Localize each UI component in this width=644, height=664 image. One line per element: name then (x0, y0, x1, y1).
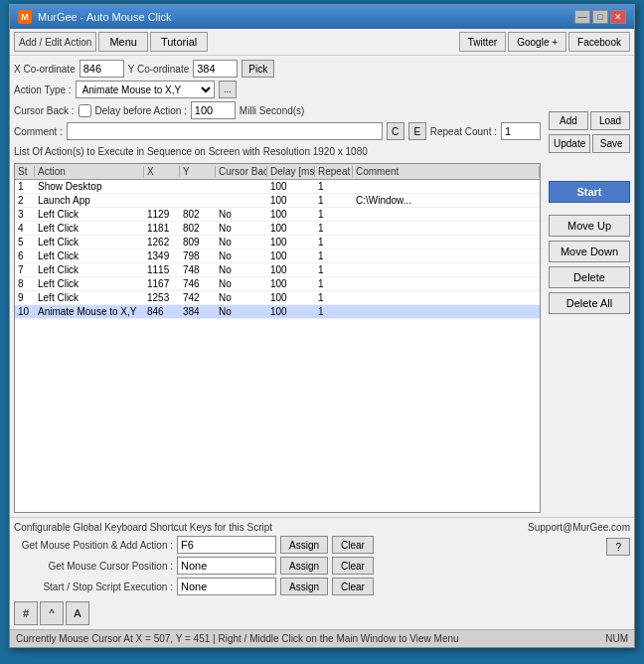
cell-cursor: No (216, 278, 267, 289)
pick-button[interactable]: Pick (242, 60, 274, 78)
coordinate-row: X Co-ordinate Y Co-ordinate Pick (14, 60, 541, 78)
cell-cursor: No (216, 292, 267, 303)
e-button[interactable]: E (408, 122, 426, 140)
bottom-header-left: Configurable Global Keyboard Shortcut Ke… (14, 522, 272, 533)
action-type-label: Action Type : (14, 84, 72, 95)
shortcut-input-1[interactable] (177, 557, 276, 575)
col-header-action: Action (35, 166, 144, 177)
shortcut-input-2[interactable] (177, 578, 276, 595)
cell-y: 802 (180, 209, 216, 220)
delay-label: Delay before Action : (95, 105, 187, 116)
move-up-button[interactable]: Move Up (549, 215, 630, 237)
cell-cursor: No (216, 223, 267, 234)
action-type-select[interactable]: Animate Mouse to X,Y (76, 81, 215, 98)
num-indicator: NUM (605, 633, 628, 644)
google-button[interactable]: Google + (508, 32, 566, 52)
move-down-button[interactable]: Move Down (549, 241, 630, 262)
table-row[interactable]: 2 Launch App 100 1 C:\Window... (15, 194, 540, 208)
cell-action: Animate Mouse to X,Y (35, 306, 144, 317)
title-bar: M MurGee - Auto Mouse Click — □ ✕ (10, 5, 634, 29)
cell-action: Left Click (35, 250, 144, 261)
cell-cursor: No (216, 209, 267, 220)
assign-button-0[interactable]: Assign (280, 536, 328, 554)
cell-st: 2 (15, 195, 35, 206)
cell-y: 798 (180, 250, 216, 261)
cell-repeat: 1 (315, 223, 353, 234)
add-button[interactable]: Add (549, 111, 588, 130)
x-input[interactable] (80, 60, 124, 78)
col-header-y: Y (180, 166, 216, 177)
caret-button[interactable]: ^ (40, 601, 64, 625)
delete-all-button[interactable]: Delete All (549, 292, 630, 314)
col-header-st: St (15, 166, 35, 177)
clear-button-0[interactable]: Clear (332, 536, 374, 554)
cell-y: 746 (180, 278, 216, 289)
start-button[interactable]: Start (549, 181, 630, 203)
top-menu-bar: Add / Edit Action Menu Tutorial Twitter … (10, 29, 634, 56)
cell-delay: 100 (267, 209, 315, 220)
y-input[interactable] (193, 60, 238, 78)
cell-st: 8 (15, 278, 35, 289)
cell-st: 6 (15, 250, 35, 261)
twitter-button[interactable]: Twitter (459, 32, 506, 52)
table-row[interactable]: 5 Left Click 1262 809 No 100 1 (15, 236, 540, 249)
cell-x: 1129 (144, 209, 180, 220)
assign-button-2[interactable]: Assign (280, 578, 328, 595)
shortcut-input-0[interactable] (177, 536, 276, 554)
cell-delay: 100 (267, 278, 315, 289)
app-icon: M (18, 10, 32, 24)
comment-input[interactable] (67, 122, 383, 140)
a-button[interactable]: A (66, 601, 89, 625)
cell-action: Left Click (35, 292, 144, 303)
cell-action: Launch App (35, 195, 144, 206)
action-list: St Action X Y Cursor Back Delay [ms] Rep… (14, 163, 541, 513)
repeat-count-input[interactable] (501, 122, 541, 140)
table-row[interactable]: 7 Left Click 1115 748 No 100 1 (15, 263, 540, 277)
table-row[interactable]: 8 Left Click 1167 746 No 100 1 (15, 277, 540, 291)
c-button[interactable]: C (387, 122, 404, 140)
comment-row: Comment : C E Repeat Count : (14, 122, 541, 140)
minimize-button[interactable]: — (574, 10, 590, 24)
assign-button-1[interactable]: Assign (280, 557, 328, 575)
window-title: MurGee - Auto Mouse Click (38, 11, 172, 23)
cell-repeat: 1 (315, 278, 353, 289)
load-button[interactable]: Load (590, 111, 630, 130)
tutorial-button[interactable]: Tutorial (150, 32, 208, 52)
cell-repeat: 1 (315, 237, 353, 248)
cell-delay: 100 (267, 292, 315, 303)
cell-x: 846 (144, 306, 180, 317)
action-type-row: Action Type : Animate Mouse to X,Y ... (14, 81, 541, 98)
table-row[interactable]: 9 Left Click 1253 742 No 100 1 (15, 291, 540, 305)
shortcut-row: Get Mouse Position & Add Action : Assign… (14, 536, 602, 554)
list-body[interactable]: 1 Show Desktop 100 1 2 Launch App 100 1 … (15, 180, 540, 512)
col-header-cursor: Cursor Back (216, 166, 267, 177)
table-row[interactable]: 1 Show Desktop 100 1 (15, 180, 540, 194)
table-row[interactable]: 10 Animate Mouse to X,Y 846 384 No 100 1 (15, 305, 540, 319)
clear-button-1[interactable]: Clear (332, 557, 374, 575)
x-label: X Co-ordinate (14, 64, 76, 75)
clear-button-2[interactable]: Clear (332, 578, 374, 595)
table-row[interactable]: 3 Left Click 1129 802 No 100 1 (15, 208, 540, 222)
maximize-button[interactable]: □ (592, 10, 608, 24)
menu-button[interactable]: Menu (98, 32, 148, 52)
cell-x: 1115 (144, 264, 180, 275)
list-header: St Action X Y Cursor Back Delay [ms] Rep… (15, 164, 540, 180)
table-row[interactable]: 6 Left Click 1349 798 No 100 1 (15, 249, 540, 263)
delete-button[interactable]: Delete (549, 266, 630, 288)
update-button[interactable]: Update (549, 134, 590, 153)
dots-button[interactable]: ... (219, 81, 237, 98)
question-button[interactable]: ? (606, 538, 630, 556)
hash-button[interactable]: # (14, 601, 38, 625)
close-button[interactable]: ✕ (610, 10, 626, 24)
cell-y: 748 (180, 264, 216, 275)
cell-repeat: 1 (315, 306, 353, 317)
cursor-back-checkbox[interactable] (79, 104, 91, 117)
facebook-button[interactable]: Facebook (568, 32, 630, 52)
cell-repeat: 1 (315, 292, 353, 303)
save-button[interactable]: Save (592, 134, 630, 153)
cell-action: Show Desktop (35, 181, 144, 192)
col-header-x: X (144, 166, 180, 177)
table-row[interactable]: 4 Left Click 1181 802 No 100 1 (15, 222, 540, 236)
delay-input[interactable] (191, 101, 236, 119)
shortcut-label: Start / Stop Script Execution : (14, 581, 173, 592)
